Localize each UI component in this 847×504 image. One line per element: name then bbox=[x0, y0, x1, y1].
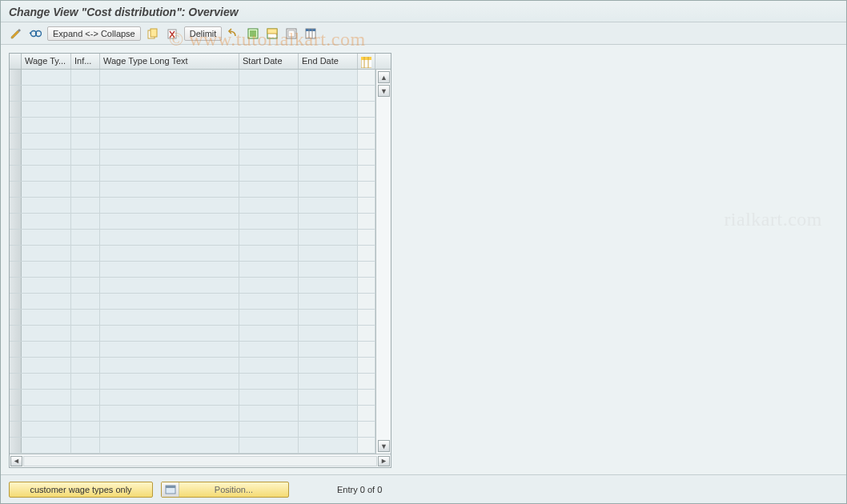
cell-infotype[interactable] bbox=[71, 342, 100, 357]
row-selector[interactable] bbox=[10, 134, 22, 149]
cell-wage-type[interactable] bbox=[22, 70, 71, 85]
column-header-start-date[interactable]: Start Date bbox=[239, 54, 299, 69]
cell-wage-type[interactable] bbox=[22, 438, 71, 453]
row-selector[interactable] bbox=[10, 326, 22, 341]
cell-infotype[interactable] bbox=[71, 198, 100, 213]
cell-start-date[interactable] bbox=[239, 358, 299, 373]
row-selector[interactable] bbox=[10, 246, 22, 261]
cell-wage-type[interactable] bbox=[22, 278, 71, 293]
row-selector[interactable] bbox=[10, 390, 22, 405]
cell-end-date[interactable] bbox=[299, 422, 358, 437]
cell-start-date[interactable] bbox=[239, 278, 299, 293]
row-selector-header[interactable] bbox=[10, 54, 22, 69]
cell-wage-type-long-text[interactable] bbox=[100, 182, 239, 197]
cell-wage-type[interactable] bbox=[22, 86, 71, 101]
cell-end-date[interactable] bbox=[299, 198, 358, 213]
cell-wage-type[interactable] bbox=[22, 134, 71, 149]
column-header-wage-type-long-text[interactable]: Wage Type Long Text bbox=[100, 54, 239, 69]
cell-infotype[interactable] bbox=[71, 182, 100, 197]
cell-wage-type-long-text[interactable] bbox=[100, 70, 239, 85]
cell-infotype[interactable] bbox=[71, 246, 100, 261]
row-selector[interactable] bbox=[10, 230, 22, 245]
cell-end-date[interactable] bbox=[299, 406, 358, 421]
cell-end-date[interactable] bbox=[299, 134, 358, 149]
scroll-thumb-indicator[interactable]: ▼ bbox=[378, 85, 390, 97]
cell-wage-type-long-text[interactable] bbox=[100, 230, 239, 245]
cell-start-date[interactable] bbox=[239, 422, 299, 437]
cell-infotype[interactable] bbox=[71, 118, 100, 133]
cell-wage-type-long-text[interactable] bbox=[100, 214, 239, 229]
row-selector[interactable] bbox=[10, 342, 22, 357]
delete-icon[interactable] bbox=[165, 26, 179, 41]
column-header-wage-type[interactable]: Wage Ty... bbox=[22, 54, 71, 69]
cell-wage-type-long-text[interactable] bbox=[100, 374, 239, 389]
cell-wage-type-long-text[interactable] bbox=[100, 438, 239, 453]
table-row[interactable] bbox=[10, 230, 375, 246]
cell-infotype[interactable] bbox=[71, 70, 100, 85]
cell-wage-type[interactable] bbox=[22, 326, 71, 341]
cell-start-date[interactable] bbox=[239, 70, 299, 85]
row-selector[interactable] bbox=[10, 150, 22, 165]
cell-wage-type[interactable] bbox=[22, 406, 71, 421]
cell-wage-type-long-text[interactable] bbox=[100, 198, 239, 213]
cell-end-date[interactable] bbox=[299, 118, 358, 133]
row-selector[interactable] bbox=[10, 406, 22, 421]
table-row[interactable] bbox=[10, 358, 375, 374]
cell-infotype[interactable] bbox=[71, 406, 100, 421]
cell-end-date[interactable] bbox=[299, 262, 358, 277]
cell-infotype[interactable] bbox=[71, 326, 100, 341]
cell-end-date[interactable] bbox=[299, 182, 358, 197]
table-row[interactable] bbox=[10, 134, 375, 150]
table-row[interactable] bbox=[10, 374, 375, 390]
cell-end-date[interactable] bbox=[299, 358, 358, 373]
cell-end-date[interactable] bbox=[299, 214, 358, 229]
cell-wage-type[interactable] bbox=[22, 102, 71, 117]
cell-end-date[interactable] bbox=[299, 166, 358, 181]
table-row[interactable] bbox=[10, 438, 375, 454]
cell-end-date[interactable] bbox=[299, 294, 358, 309]
cell-start-date[interactable] bbox=[239, 150, 299, 165]
cell-end-date[interactable] bbox=[299, 342, 358, 357]
row-selector[interactable] bbox=[10, 102, 22, 117]
cell-wage-type-long-text[interactable] bbox=[100, 150, 239, 165]
row-selector[interactable] bbox=[10, 310, 22, 325]
scroll-down-button[interactable]: ▼ bbox=[378, 440, 390, 452]
cell-wage-type-long-text[interactable] bbox=[100, 262, 239, 277]
table-row[interactable] bbox=[10, 166, 375, 182]
row-selector[interactable] bbox=[10, 422, 22, 437]
horizontal-scrollbar[interactable]: ◄ ► bbox=[10, 454, 391, 467]
cell-end-date[interactable] bbox=[299, 438, 358, 453]
cell-end-date[interactable] bbox=[299, 246, 358, 261]
row-selector[interactable] bbox=[10, 166, 22, 181]
cell-wage-type-long-text[interactable] bbox=[100, 294, 239, 309]
cell-end-date[interactable] bbox=[299, 374, 358, 389]
cell-start-date[interactable] bbox=[239, 102, 299, 117]
table-row[interactable] bbox=[10, 294, 375, 310]
cell-infotype[interactable] bbox=[71, 134, 100, 149]
cell-infotype[interactable] bbox=[71, 102, 100, 117]
copy-icon[interactable] bbox=[146, 26, 160, 41]
cell-wage-type[interactable] bbox=[22, 310, 71, 325]
cell-end-date[interactable] bbox=[299, 390, 358, 405]
cell-wage-type-long-text[interactable] bbox=[100, 422, 239, 437]
cell-start-date[interactable] bbox=[239, 198, 299, 213]
delimit-button[interactable]: Delimit bbox=[184, 26, 223, 41]
cell-wage-type[interactable] bbox=[22, 358, 71, 373]
cell-start-date[interactable] bbox=[239, 390, 299, 405]
row-selector[interactable] bbox=[10, 438, 22, 453]
cell-start-date[interactable] bbox=[239, 86, 299, 101]
cell-infotype[interactable] bbox=[71, 86, 100, 101]
column-header-end-date[interactable]: End Date bbox=[299, 54, 358, 69]
table-row[interactable] bbox=[10, 102, 375, 118]
scroll-right-button[interactable]: ► bbox=[378, 456, 390, 466]
table-row[interactable] bbox=[10, 278, 375, 294]
cell-start-date[interactable] bbox=[239, 438, 299, 453]
table-row[interactable] bbox=[10, 198, 375, 214]
cell-infotype[interactable] bbox=[71, 214, 100, 229]
cell-end-date[interactable] bbox=[299, 310, 358, 325]
column-header-infotype[interactable]: Inf... bbox=[71, 54, 100, 69]
position-button[interactable]: Position... bbox=[161, 482, 289, 498]
cell-wage-type[interactable] bbox=[22, 422, 71, 437]
row-selector[interactable] bbox=[10, 262, 22, 277]
cell-infotype[interactable] bbox=[71, 390, 100, 405]
